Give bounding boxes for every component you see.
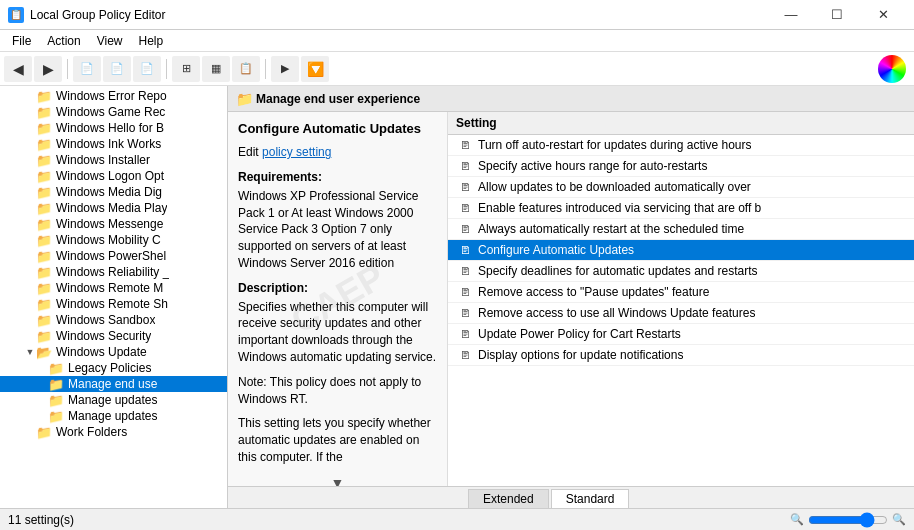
folder-icon: 📂	[36, 345, 54, 359]
tree-item[interactable]: 📁 Manage end use	[0, 376, 227, 392]
tree-item[interactable]: ▼ 📂 Windows Update	[0, 344, 227, 360]
tree-item[interactable]: 📁 Windows Ink Works	[0, 136, 227, 152]
filter-button[interactable]: 🔽	[301, 56, 329, 82]
tree-item[interactable]: 📁 Windows Reliability _	[0, 264, 227, 280]
folder-icon: 📁	[36, 185, 54, 199]
status-count: 11 setting(s)	[8, 513, 74, 527]
statusbar-right: 🔍 🔍	[790, 513, 906, 526]
zoom-plus-icon[interactable]: 🔍	[892, 513, 906, 526]
settings-item[interactable]: 🖹 Update Power Policy for Cart Restarts	[448, 324, 914, 345]
settings-item[interactable]: 🖹 Specify active hours range for auto-re…	[448, 156, 914, 177]
toolbar-btn-7[interactable]: ▦	[202, 56, 230, 82]
folder-icon: 📁	[36, 89, 54, 103]
settings-item[interactable]: 🖹 Specify deadlines for automatic update…	[448, 261, 914, 282]
settings-item[interactable]: 🖹 Enable features introduced via servici…	[448, 198, 914, 219]
folder-icon: 📁	[36, 249, 54, 263]
toolbar-btn-8[interactable]: 📋	[232, 56, 260, 82]
note-section: Note: This policy does not apply to Wind…	[238, 374, 437, 408]
tree-item[interactable]: 📁 Legacy Policies	[0, 360, 227, 376]
description-text: Specifies whether this computer will rec…	[238, 300, 436, 364]
tree-item[interactable]: 📁 Manage updates	[0, 408, 227, 424]
toolbar-btn-9[interactable]: ▶	[271, 56, 299, 82]
tree-item[interactable]: 📁 Manage updates	[0, 392, 227, 408]
tree-item[interactable]: 📁 Windows Remote M	[0, 280, 227, 296]
tree-item-label: Windows Media Play	[56, 201, 167, 215]
window-title: Local Group Policy Editor	[30, 8, 165, 22]
tree-item[interactable]: 📁 Windows PowerShel	[0, 248, 227, 264]
tree-item[interactable]: 📁 Windows Sandbox	[0, 312, 227, 328]
settings-item-label: Configure Automatic Updates	[478, 243, 634, 257]
tree-item-label: Manage updates	[68, 409, 157, 423]
settings-item[interactable]: 🖹 Turn off auto-restart for updates duri…	[448, 135, 914, 156]
settings-item-icon: 🖹	[456, 306, 474, 320]
folder-icon: 📁	[36, 201, 54, 215]
description-section: Description: Specifies whether this comp…	[238, 280, 437, 366]
tree-item[interactable]: 📁 Windows Installer	[0, 152, 227, 168]
titlebar-left: 📋 Local Group Policy Editor	[8, 7, 165, 23]
settings-item-icon: 🖹	[456, 201, 474, 215]
tree-item[interactable]: 📁 Windows Security	[0, 328, 227, 344]
tab-standard[interactable]: Standard	[551, 489, 630, 508]
toolbar-btn-6[interactable]: ⊞	[172, 56, 200, 82]
settings-item-label: Always automatically restart at the sche…	[478, 222, 744, 236]
folder-icon: 📁	[36, 329, 54, 343]
scroll-down-arrow[interactable]: ▼	[331, 474, 345, 486]
tree-item-label: Windows Mobility C	[56, 233, 161, 247]
settings-item[interactable]: 🖹 Display options for update notificatio…	[448, 345, 914, 366]
toolbar-btn-5[interactable]: 📄	[133, 56, 161, 82]
tree-item[interactable]: 📁 Windows Media Play	[0, 200, 227, 216]
toolbar-btn-4[interactable]: 📄	[103, 56, 131, 82]
settings-item-icon: 🖹	[456, 222, 474, 236]
tree-item[interactable]: 📁 Work Folders	[0, 424, 227, 440]
close-button[interactable]: ✕	[860, 0, 906, 30]
folder-icon: 📁	[36, 281, 54, 295]
zoom-minus-icon[interactable]: 🔍	[790, 513, 804, 526]
maximize-button[interactable]: ☐	[814, 0, 860, 30]
policy-setting-link[interactable]: policy setting	[262, 145, 331, 159]
content-area: CAEP Configure Automatic Updates Edit po…	[228, 112, 914, 486]
tree-item[interactable]: 📁 Windows Remote Sh	[0, 296, 227, 312]
menu-action[interactable]: Action	[39, 32, 88, 50]
tree-item[interactable]: 📁 Windows Media Dig	[0, 184, 227, 200]
tree-item[interactable]: 📁 Windows Messenge	[0, 216, 227, 232]
edit-section: Edit policy setting	[238, 144, 437, 161]
menubar: File Action View Help	[0, 30, 914, 52]
toolbar-separator-3	[265, 59, 266, 79]
settings-item[interactable]: 🖹 Remove access to use all Windows Updat…	[448, 303, 914, 324]
zoom-slider[interactable]	[808, 516, 888, 524]
folder-icon: 📁	[36, 297, 54, 311]
color-wheel-icon	[878, 55, 906, 83]
settings-item[interactable]: 🖹 Remove access to "Pause updates" featu…	[448, 282, 914, 303]
tree-item-label: Work Folders	[56, 425, 127, 439]
breadcrumb-bar: 📁 Manage end user experience	[228, 86, 914, 112]
toolbar-btn-3[interactable]: 📄	[73, 56, 101, 82]
tree-item[interactable]: 📁 Windows Logon Opt	[0, 168, 227, 184]
settings-item[interactable]: 🖹 Configure Automatic Updates	[448, 240, 914, 261]
toolbar-separator-2	[166, 59, 167, 79]
settings-item[interactable]: 🖹 Allow updates to be downloaded automat…	[448, 177, 914, 198]
settings-item[interactable]: 🖹 Always automatically restart at the sc…	[448, 219, 914, 240]
expand-icon: ▼	[24, 347, 36, 357]
back-button[interactable]: ◀	[4, 56, 32, 82]
tree-item[interactable]: 📁 Windows Error Repo	[0, 88, 227, 104]
tree-item-label: Legacy Policies	[68, 361, 151, 375]
minimize-button[interactable]: —	[768, 0, 814, 30]
forward-button[interactable]: ▶	[34, 56, 62, 82]
menu-help[interactable]: Help	[131, 32, 172, 50]
tab-extended[interactable]: Extended	[468, 489, 549, 508]
color-wheel-container	[878, 55, 910, 83]
settings-item-label: Allow updates to be downloaded automatic…	[478, 180, 751, 194]
tree-item[interactable]: 📁 Windows Game Rec	[0, 104, 227, 120]
tree-item[interactable]: 📁 Windows Mobility C	[0, 232, 227, 248]
folder-icon: 📁	[36, 313, 54, 327]
tree-item-label: Windows Game Rec	[56, 105, 165, 119]
menu-file[interactable]: File	[4, 32, 39, 50]
requirements-text: Windows XP Professional Service Pack 1 o…	[238, 189, 419, 270]
settings-item-label: Display options for update notifications	[478, 348, 683, 362]
settings-item-label: Remove access to "Pause updates" feature	[478, 285, 709, 299]
tree-item[interactable]: 📁 Windows Hello for B	[0, 120, 227, 136]
menu-view[interactable]: View	[89, 32, 131, 50]
settings-item-icon: 🖹	[456, 180, 474, 194]
settings-item-label: Update Power Policy for Cart Restarts	[478, 327, 681, 341]
settings-item-icon: 🖹	[456, 285, 474, 299]
